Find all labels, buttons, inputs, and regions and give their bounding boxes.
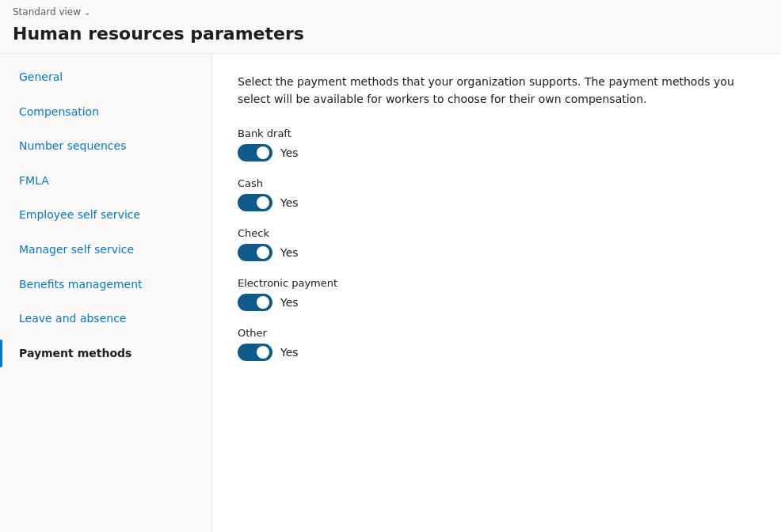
- toggle-bank-draft[interactable]: [238, 144, 272, 162]
- content-area: GeneralCompensationNumber sequencesFMLAE…: [0, 53, 781, 532]
- toggle-other[interactable]: [238, 344, 272, 361]
- payment-method-electronic-payment: Electronic paymentYes: [238, 277, 756, 311]
- top-bar: Standard view ⌄: [0, 0, 781, 21]
- sidebar-item-fmla[interactable]: FMLA: [0, 164, 211, 199]
- payment-method-label-other: Other: [238, 327, 756, 339]
- standard-view-label: Standard view: [13, 6, 81, 17]
- sidebar-item-label: Compensation: [19, 105, 99, 118]
- payment-method-label-cash: Cash: [238, 177, 756, 189]
- toggle-value-other: Yes: [280, 346, 299, 359]
- toggle-row-check: Yes: [238, 244, 756, 261]
- payment-method-other: OtherYes: [238, 327, 756, 361]
- payment-method-label-check: Check: [238, 227, 756, 239]
- toggle-check[interactable]: [238, 244, 272, 261]
- toggle-thumb-electronic-payment: [257, 296, 269, 309]
- toggle-value-electronic-payment: Yes: [280, 296, 299, 309]
- toggle-row-bank-draft: Yes: [238, 144, 756, 162]
- sidebar-item-label: Leave and absence: [19, 312, 126, 325]
- payment-methods-list: Bank draftYesCashYesCheckYesElectronic p…: [238, 127, 756, 361]
- sidebar-item-benefits-management[interactable]: Benefits management: [0, 268, 211, 302]
- sidebar-item-number-sequences[interactable]: Number sequences: [0, 129, 211, 164]
- sidebar-item-compensation[interactable]: Compensation: [0, 95, 211, 130]
- sidebar-item-label: Employee self service: [19, 208, 140, 221]
- sidebar-item-employee-self-service[interactable]: Employee self service: [0, 198, 211, 233]
- sidebar-item-label: General: [19, 70, 63, 83]
- section-description: Select the payment methods that your org…: [238, 73, 756, 108]
- payment-method-label-electronic-payment: Electronic payment: [238, 277, 756, 289]
- sidebar-item-general[interactable]: General: [0, 60, 211, 95]
- sidebar-item-leave-and-absence[interactable]: Leave and absence: [0, 302, 211, 336]
- toggle-thumb-bank-draft: [257, 146, 269, 159]
- toggle-value-check: Yes: [280, 246, 299, 259]
- sidebar-item-label: Number sequences: [19, 139, 126, 152]
- toggle-thumb-other: [257, 346, 269, 359]
- toggle-row-electronic-payment: Yes: [238, 294, 756, 311]
- toggle-thumb-cash: [257, 196, 269, 209]
- payment-method-cash: CashYes: [238, 177, 756, 211]
- sidebar-item-payment-methods[interactable]: Payment methods: [0, 336, 211, 371]
- sidebar-item-label: Manager self service: [19, 243, 134, 256]
- toggle-value-cash: Yes: [280, 196, 299, 209]
- main-content: Select the payment methods that your org…: [212, 54, 781, 532]
- payment-method-bank-draft: Bank draftYes: [238, 127, 756, 162]
- toggle-value-bank-draft: Yes: [280, 146, 299, 159]
- standard-view-selector[interactable]: Standard view ⌄: [13, 6, 768, 17]
- toggle-row-cash: Yes: [238, 194, 756, 211]
- sidebar-item-manager-self-service[interactable]: Manager self service: [0, 233, 211, 268]
- payment-method-label-bank-draft: Bank draft: [238, 127, 756, 139]
- sidebar: GeneralCompensationNumber sequencesFMLAE…: [0, 54, 212, 532]
- toggle-cash[interactable]: [238, 194, 272, 211]
- sidebar-item-label: Benefits management: [19, 278, 143, 291]
- toggle-electronic-payment[interactable]: [238, 294, 272, 311]
- toggle-row-other: Yes: [238, 344, 756, 361]
- sidebar-item-label: Payment methods: [19, 347, 131, 359]
- page-wrapper: Standard view ⌄ Human resources paramete…: [0, 0, 781, 532]
- page-title: Human resources parameters: [0, 21, 781, 53]
- payment-method-check: CheckYes: [238, 227, 756, 261]
- sidebar-item-label: FMLA: [19, 174, 49, 187]
- chevron-down-icon: ⌄: [84, 8, 90, 17]
- toggle-thumb-check: [257, 246, 269, 259]
